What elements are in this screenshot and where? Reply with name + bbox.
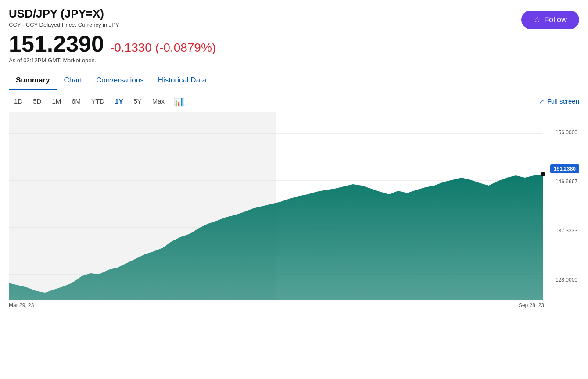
price-timestamp: As of 03:12PM GMT. Market open.: [0, 57, 588, 68]
time-btn-5d[interactable]: 5D: [28, 96, 47, 107]
ticker-title: USD/JPY (JPY=X): [9, 7, 521, 21]
y-label-137: 137.3333: [544, 228, 579, 234]
price-change-pct: (-0.0879%): [155, 41, 216, 54]
price-section: 151.2390 -0.1330 (-0.0879%): [0, 29, 588, 57]
follow-label: Follow: [544, 15, 567, 25]
price-main: 151.2390: [9, 32, 104, 55]
header-section: USD/JPY (JPY=X) CCY - CCY Delayed Price.…: [0, 0, 588, 29]
tab-historical[interactable]: Historical Data: [151, 72, 214, 90]
chart-area: 156.0000 151.2380 146.6667 137.3333 128.…: [9, 112, 579, 300]
x-label-mid: Sep 28, 23: [519, 302, 544, 308]
x-label-start: Mar 29, 23: [9, 302, 34, 308]
fullscreen-label: Full screen: [547, 97, 579, 105]
y-label-156: 156.0000: [544, 129, 579, 136]
price-chart: [9, 112, 579, 300]
time-btn-1y[interactable]: 1Y: [110, 96, 128, 107]
y-label-128: 128.0000: [544, 277, 579, 283]
tab-conversations[interactable]: Conversations: [89, 72, 151, 90]
comparison-chart-icon[interactable]: 📊: [173, 96, 184, 107]
tab-summary[interactable]: Summary: [9, 72, 57, 90]
current-price-badge: 151.2380: [550, 164, 579, 173]
time-btn-6m[interactable]: 6M: [66, 96, 86, 107]
ticker-subtitle: CCY - CCY Delayed Price. Currency in JPY: [9, 21, 521, 28]
chart-controls: 1D 5D 1M 6M YTD 1Y 5Y Max 📊 ⤢ Full scree…: [0, 90, 588, 112]
tabs-section: Summary Chart Conversations Historical D…: [0, 72, 588, 90]
time-btn-max[interactable]: Max: [147, 96, 170, 107]
fullscreen-button[interactable]: ⤢ Full screen: [539, 97, 579, 105]
follow-button[interactable]: ☆ Follow: [521, 11, 579, 29]
y-label-146: 146.6667: [544, 179, 579, 185]
tab-chart[interactable]: Chart: [57, 72, 89, 90]
time-btn-5y[interactable]: 5Y: [128, 96, 147, 107]
time-btn-1m[interactable]: 1M: [47, 96, 66, 107]
fullscreen-icon: ⤢: [539, 97, 545, 105]
title-block: USD/JPY (JPY=X) CCY - CCY Delayed Price.…: [9, 7, 521, 28]
time-btn-1d[interactable]: 1D: [9, 96, 28, 107]
x-axis-labels: Mar 29, 23 Sep 28, 23: [0, 300, 553, 308]
star-icon: ☆: [534, 15, 541, 25]
price-change: -0.1330 (-0.0879%): [110, 41, 216, 55]
price-change-value: -0.1330: [110, 41, 152, 54]
time-btn-ytd[interactable]: YTD: [86, 96, 110, 107]
